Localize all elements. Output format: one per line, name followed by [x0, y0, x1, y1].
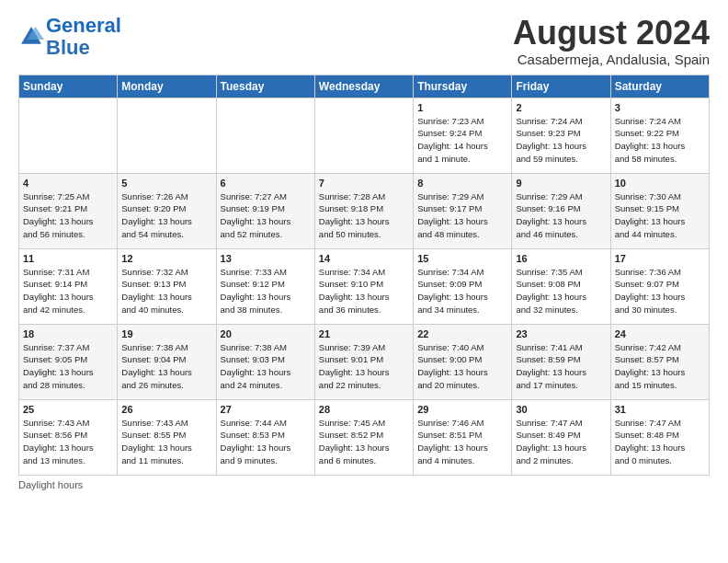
col-header-tuesday: Tuesday: [216, 75, 314, 98]
calendar-cell: 31Sunrise: 7:47 AM Sunset: 8:48 PM Dayli…: [610, 399, 709, 475]
calendar-cell: 20Sunrise: 7:38 AM Sunset: 9:03 PM Dayli…: [216, 324, 314, 399]
day-number: 21: [319, 328, 409, 339]
day-number: 16: [516, 253, 606, 264]
calendar-cell: 16Sunrise: 7:35 AM Sunset: 9:08 PM Dayli…: [512, 248, 610, 324]
day-number: 20: [221, 328, 311, 339]
day-info: Sunrise: 7:34 AM Sunset: 9:09 PM Dayligh…: [417, 266, 507, 316]
col-header-friday: Friday: [512, 75, 610, 98]
day-info: Sunrise: 7:23 AM Sunset: 9:24 PM Dayligh…: [417, 115, 507, 166]
calendar-cell: [19, 98, 118, 173]
day-info: Sunrise: 7:25 AM Sunset: 9:21 PM Dayligh…: [23, 190, 113, 241]
calendar-cell: 29Sunrise: 7:46 AM Sunset: 8:51 PM Dayli…: [414, 399, 512, 475]
day-number: 3: [615, 102, 705, 113]
day-info: Sunrise: 7:35 AM Sunset: 9:08 PM Dayligh…: [516, 266, 606, 316]
logo-line2: Blue: [46, 36, 90, 59]
calendar-cell: 7Sunrise: 7:28 AM Sunset: 9:18 PM Daylig…: [314, 173, 413, 248]
calendar-cell: 17Sunrise: 7:36 AM Sunset: 9:07 PM Dayli…: [610, 248, 709, 324]
day-info: Sunrise: 7:43 AM Sunset: 8:56 PM Dayligh…: [23, 417, 113, 467]
col-header-saturday: Saturday: [610, 75, 709, 98]
day-info: Sunrise: 7:37 AM Sunset: 9:05 PM Dayligh…: [23, 341, 113, 392]
col-header-wednesday: Wednesday: [314, 75, 413, 98]
header: General Blue August 2024 Casabermeja, An…: [18, 15, 710, 67]
calendar-cell: 12Sunrise: 7:32 AM Sunset: 9:13 PM Dayli…: [118, 248, 216, 324]
calendar-cell: 1Sunrise: 7:23 AM Sunset: 9:24 PM Daylig…: [414, 98, 512, 173]
col-header-thursday: Thursday: [414, 75, 512, 98]
day-number: 27: [221, 404, 311, 415]
footer-note: Daylight hours: [18, 479, 710, 490]
calendar-cell: 19Sunrise: 7:38 AM Sunset: 9:04 PM Dayli…: [118, 324, 216, 399]
logo-icon: [18, 24, 44, 50]
header-row: SundayMondayTuesdayWednesdayThursdayFrid…: [19, 75, 710, 98]
calendar-cell: 9Sunrise: 7:29 AM Sunset: 9:16 PM Daylig…: [512, 173, 610, 248]
main-title: August 2024: [513, 15, 710, 52]
calendar-table: SundayMondayTuesdayWednesdayThursdayFrid…: [18, 75, 710, 476]
day-info: Sunrise: 7:44 AM Sunset: 8:53 PM Dayligh…: [221, 417, 311, 467]
day-info: Sunrise: 7:47 AM Sunset: 8:49 PM Dayligh…: [516, 417, 606, 467]
day-number: 8: [417, 178, 507, 189]
col-header-sunday: Sunday: [19, 75, 118, 98]
calendar-cell: 26Sunrise: 7:43 AM Sunset: 8:55 PM Dayli…: [118, 399, 216, 475]
logo-line1: General: [46, 14, 121, 37]
day-number: 22: [417, 328, 507, 339]
title-block: August 2024 Casabermeja, Andalusia, Spai…: [513, 15, 710, 67]
day-info: Sunrise: 7:33 AM Sunset: 9:12 PM Dayligh…: [221, 266, 311, 316]
day-info: Sunrise: 7:32 AM Sunset: 9:13 PM Dayligh…: [121, 266, 211, 316]
calendar-cell: 25Sunrise: 7:43 AM Sunset: 8:56 PM Dayli…: [19, 399, 118, 475]
day-info: Sunrise: 7:38 AM Sunset: 9:04 PM Dayligh…: [121, 341, 211, 392]
day-number: 7: [319, 178, 409, 189]
day-info: Sunrise: 7:30 AM Sunset: 9:15 PM Dayligh…: [615, 190, 705, 241]
calendar-cell: [314, 98, 413, 173]
day-number: 10: [615, 178, 705, 189]
day-number: 24: [615, 328, 705, 339]
day-number: 11: [23, 253, 113, 264]
day-number: 14: [319, 253, 409, 264]
day-number: 29: [417, 404, 507, 415]
day-number: 4: [23, 178, 113, 189]
day-info: Sunrise: 7:36 AM Sunset: 9:07 PM Dayligh…: [615, 266, 705, 316]
day-number: 23: [516, 328, 606, 339]
day-info: Sunrise: 7:24 AM Sunset: 9:23 PM Dayligh…: [516, 115, 606, 166]
calendar-cell: 14Sunrise: 7:34 AM Sunset: 9:10 PM Dayli…: [314, 248, 413, 324]
calendar-cell: 23Sunrise: 7:41 AM Sunset: 8:59 PM Dayli…: [512, 324, 610, 399]
day-info: Sunrise: 7:27 AM Sunset: 9:19 PM Dayligh…: [221, 190, 311, 241]
day-number: 13: [221, 253, 311, 264]
day-number: 1: [417, 102, 507, 113]
day-number: 26: [121, 404, 211, 415]
calendar-cell: 3Sunrise: 7:24 AM Sunset: 9:22 PM Daylig…: [610, 98, 709, 173]
day-info: Sunrise: 7:47 AM Sunset: 8:48 PM Dayligh…: [615, 417, 705, 467]
week-row-2: 4Sunrise: 7:25 AM Sunset: 9:21 PM Daylig…: [19, 173, 710, 248]
day-info: Sunrise: 7:31 AM Sunset: 9:14 PM Dayligh…: [23, 266, 113, 316]
day-info: Sunrise: 7:45 AM Sunset: 8:52 PM Dayligh…: [319, 417, 409, 467]
day-info: Sunrise: 7:34 AM Sunset: 9:10 PM Dayligh…: [319, 266, 409, 316]
week-row-3: 11Sunrise: 7:31 AM Sunset: 9:14 PM Dayli…: [19, 248, 710, 324]
calendar-cell: 10Sunrise: 7:30 AM Sunset: 9:15 PM Dayli…: [610, 173, 709, 248]
week-row-5: 25Sunrise: 7:43 AM Sunset: 8:56 PM Dayli…: [19, 399, 710, 475]
calendar-cell: 5Sunrise: 7:26 AM Sunset: 9:20 PM Daylig…: [118, 173, 216, 248]
calendar-cell: 30Sunrise: 7:47 AM Sunset: 8:49 PM Dayli…: [512, 399, 610, 475]
day-number: 19: [121, 328, 211, 339]
calendar-cell: 2Sunrise: 7:24 AM Sunset: 9:23 PM Daylig…: [512, 98, 610, 173]
calendar-cell: [118, 98, 216, 173]
calendar-cell: 18Sunrise: 7:37 AM Sunset: 9:05 PM Dayli…: [19, 324, 118, 399]
calendar-cell: 21Sunrise: 7:39 AM Sunset: 9:01 PM Dayli…: [314, 324, 413, 399]
calendar-cell: 4Sunrise: 7:25 AM Sunset: 9:21 PM Daylig…: [19, 173, 118, 248]
day-info: Sunrise: 7:42 AM Sunset: 8:57 PM Dayligh…: [615, 341, 705, 392]
subtitle: Casabermeja, Andalusia, Spain: [513, 52, 710, 67]
day-info: Sunrise: 7:39 AM Sunset: 9:01 PM Dayligh…: [319, 341, 409, 392]
day-number: 12: [121, 253, 211, 264]
day-number: 28: [319, 404, 409, 415]
calendar-cell: [216, 98, 314, 173]
day-number: 17: [615, 253, 705, 264]
day-number: 6: [221, 178, 311, 189]
logo-text: General Blue: [46, 15, 121, 59]
day-info: Sunrise: 7:41 AM Sunset: 8:59 PM Dayligh…: [516, 341, 606, 392]
calendar-cell: 24Sunrise: 7:42 AM Sunset: 8:57 PM Dayli…: [610, 324, 709, 399]
day-info: Sunrise: 7:28 AM Sunset: 9:18 PM Dayligh…: [319, 190, 409, 241]
calendar-cell: 6Sunrise: 7:27 AM Sunset: 9:19 PM Daylig…: [216, 173, 314, 248]
day-number: 2: [516, 102, 606, 113]
day-info: Sunrise: 7:29 AM Sunset: 9:17 PM Dayligh…: [417, 190, 507, 241]
day-number: 15: [417, 253, 507, 264]
calendar-cell: 8Sunrise: 7:29 AM Sunset: 9:17 PM Daylig…: [414, 173, 512, 248]
day-number: 18: [23, 328, 113, 339]
day-info: Sunrise: 7:24 AM Sunset: 9:22 PM Dayligh…: [615, 115, 705, 166]
